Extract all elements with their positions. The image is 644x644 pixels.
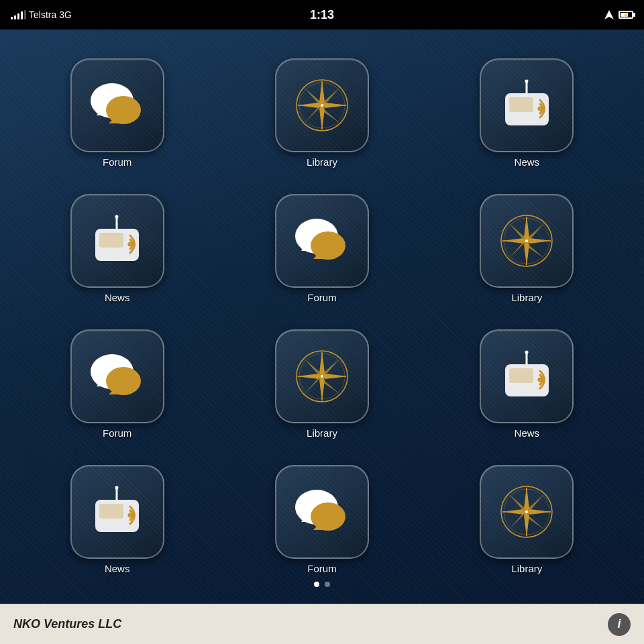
app-label-library-1: Library (307, 156, 337, 168)
bar5 (24, 10, 26, 19)
app-forum-3[interactable]: Forum (20, 314, 214, 439)
svg-point-27 (115, 215, 119, 219)
app-icon-inner-library-3 (275, 329, 369, 423)
svg-point-80 (128, 513, 133, 518)
pagination-dots (20, 574, 624, 594)
svg-point-3 (106, 96, 141, 124)
svg-marker-14 (305, 88, 322, 105)
battery-icon: ⚡ (619, 11, 633, 19)
forum-icon-4 (293, 488, 350, 535)
phone-container: Telstra 3G 1:13 ⚡ (0, 0, 644, 644)
svg-marker-41 (527, 223, 544, 241)
app-icon-inner-library-4 (480, 465, 574, 559)
company-name: NKO Ventures LLC (13, 617, 121, 631)
svg-marker-63 (305, 376, 322, 394)
news-radio-icon-4 (89, 485, 146, 539)
svg-marker-61 (322, 359, 339, 376)
pagination-dot-2[interactable] (325, 582, 330, 587)
bar4 (21, 11, 23, 19)
bar3 (17, 13, 19, 19)
svg-marker-93 (509, 512, 527, 529)
svg-point-72 (525, 351, 528, 354)
svg-point-75 (537, 378, 542, 382)
svg-marker-13 (305, 105, 322, 123)
app-label-news-4: News (105, 563, 130, 574)
app-icon-inner-forum-4 (275, 465, 369, 559)
app-label-forum-1: Forum (103, 156, 131, 168)
forum-icon (89, 82, 146, 129)
location-icon (604, 9, 614, 20)
bar2 (14, 15, 16, 19)
library-compass-icon (292, 75, 352, 136)
signal-bars-icon (11, 10, 26, 19)
app-icon-inner-forum-2 (275, 194, 369, 288)
app-library-4[interactable]: Library (430, 449, 624, 574)
battery-lightning-icon: ⚡ (623, 12, 629, 18)
app-icon-inner-news-4 (70, 465, 164, 559)
bar1 (11, 17, 13, 19)
svg-rect-29 (99, 233, 123, 248)
forum-icon-2 (293, 217, 350, 264)
svg-rect-74 (509, 368, 533, 383)
app-label-library-2: Library (511, 292, 542, 303)
app-icon-inner-library-1 (275, 58, 369, 152)
app-icon-inner-forum-1 (70, 58, 164, 152)
app-forum-2[interactable]: Forum (225, 178, 419, 303)
app-label-library-3: Library (307, 427, 337, 439)
forum-icon-3 (89, 353, 146, 400)
news-radio-icon-3 (498, 350, 555, 403)
svg-point-16 (321, 104, 323, 107)
pagination-dot-1[interactable] (314, 582, 319, 587)
app-news-2[interactable]: News (20, 178, 214, 303)
svg-marker-11 (322, 88, 339, 105)
carrier-label: Telstra (29, 9, 56, 20)
library-compass-icon-4 (496, 482, 557, 542)
svg-point-66 (321, 375, 323, 378)
info-button[interactable]: i (608, 613, 631, 636)
status-right: ⚡ (604, 9, 633, 20)
app-forum-1[interactable]: Forum (20, 43, 214, 168)
svg-point-77 (115, 486, 119, 490)
svg-point-96 (525, 511, 528, 513)
status-bar: Telstra 3G 1:13 ⚡ (0, 0, 644, 30)
svg-point-46 (525, 239, 528, 242)
app-label-news-3: News (515, 427, 540, 439)
svg-marker-43 (509, 241, 527, 258)
app-library-2[interactable]: Library (430, 178, 624, 303)
app-news-4[interactable]: News (20, 449, 214, 574)
news-radio-icon-2 (89, 214, 146, 268)
app-label-forum-4: Forum (307, 563, 336, 574)
info-label: i (617, 617, 621, 631)
svg-point-25 (537, 107, 542, 111)
status-left: Telstra 3G (11, 9, 72, 20)
library-compass-icon-3 (292, 346, 352, 407)
network-label: 3G (59, 9, 72, 20)
home-screen: Forum (0, 30, 644, 604)
app-icon-inner-news-1 (480, 58, 574, 152)
app-label-news-2: News (105, 292, 130, 303)
svg-point-33 (311, 231, 345, 260)
app-icon-inner-forum-3 (70, 329, 164, 423)
svg-marker-91 (527, 494, 544, 512)
app-library-1[interactable]: Library (225, 43, 419, 168)
app-icon-inner-news-3 (480, 329, 574, 423)
app-library-3[interactable]: Library (225, 314, 419, 439)
svg-marker-64 (305, 359, 322, 376)
app-news-1[interactable]: News (430, 43, 624, 168)
app-label-news-1: News (515, 156, 540, 168)
svg-marker-44 (509, 223, 527, 241)
svg-point-53 (106, 367, 141, 395)
app-icon-inner-news-2 (70, 194, 164, 288)
svg-rect-24 (509, 97, 533, 112)
bottom-bar: NKO Ventures LLC i (0, 604, 644, 644)
svg-marker-0 (604, 10, 614, 19)
app-news-3[interactable]: News (430, 314, 624, 439)
apps-grid: Forum (20, 43, 624, 574)
app-forum-4[interactable]: Forum (225, 449, 419, 574)
time-display: 1:13 (310, 8, 334, 22)
app-label-forum-3: Forum (103, 427, 131, 439)
svg-point-83 (311, 502, 345, 531)
app-label-forum-2: Forum (307, 292, 336, 303)
news-radio-icon (498, 78, 555, 132)
svg-point-30 (128, 242, 133, 247)
